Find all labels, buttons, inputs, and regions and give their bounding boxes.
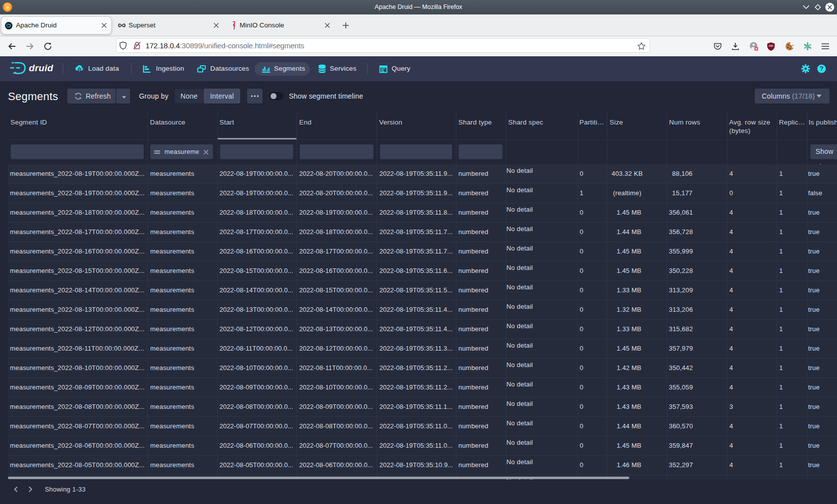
svg-text:?: ? [820, 65, 824, 72]
svg-text:UO: UO [769, 44, 773, 47]
